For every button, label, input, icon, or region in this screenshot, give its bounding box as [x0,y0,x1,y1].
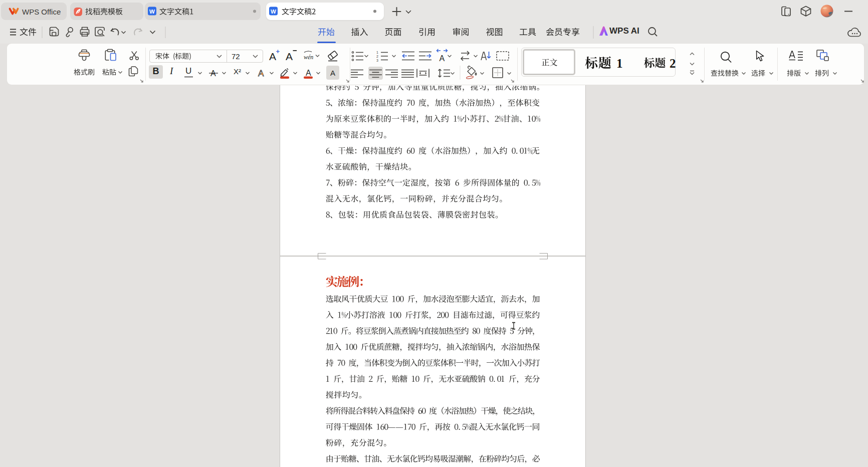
svg-text:A: A [269,51,276,62]
svg-text:+: + [276,48,280,55]
svg-text:1: 1 [616,57,623,70]
svg-text:2: 2 [376,55,378,58]
svg-text:A: A [440,54,445,63]
svg-text:1: 1 [376,51,378,54]
svg-text:A: A [306,69,311,77]
svg-text:3: 3 [376,59,378,62]
svg-text:2: 2 [670,57,676,70]
svg-text:W: W [271,9,276,15]
svg-text:A: A [330,69,335,77]
svg-text:A: A [258,69,264,78]
svg-text:W: W [149,9,155,15]
svg-text:A: A [286,51,293,62]
svg-text:wén: wén [304,54,313,61]
